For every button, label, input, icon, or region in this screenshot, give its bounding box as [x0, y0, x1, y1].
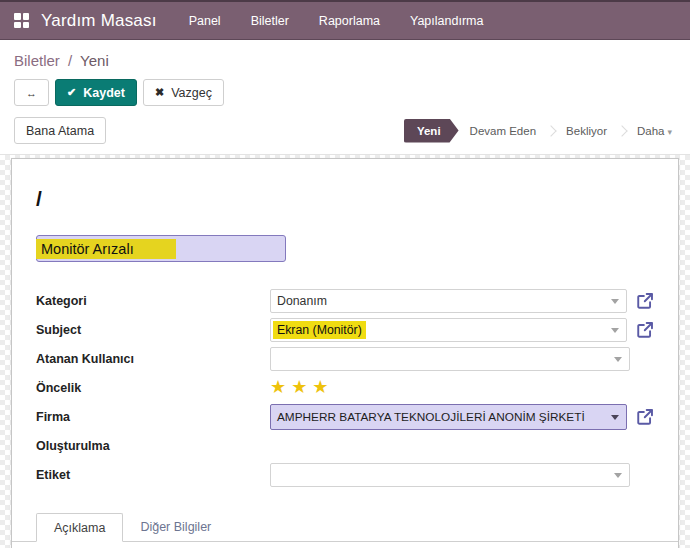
- stage-statusbar: Yeni Devam Eden Bekliyor Daha▾: [404, 119, 676, 143]
- field-row-etiket: Etiket: [36, 460, 654, 489]
- stage-yeni[interactable]: Yeni: [404, 119, 459, 143]
- chevron-separator-icon: [616, 125, 627, 136]
- assign-to-me-label: Bana Atama: [26, 124, 94, 138]
- expand-button[interactable]: ↔: [14, 79, 49, 106]
- dropdown-caret-icon: [614, 357, 622, 362]
- save-button[interactable]: ✔ Kaydet: [55, 79, 137, 106]
- form-background: / Monitör Arızalı Kategori Donanım: [0, 155, 690, 548]
- chevron-down-icon: ▾: [667, 127, 672, 137]
- main-menu: Panel Biletler Raporlama Yapılandırma: [189, 14, 484, 28]
- stage-more-label: Daha: [637, 125, 665, 137]
- app-window: Yardım Masası Panel Biletler Raporlama Y…: [0, 0, 690, 548]
- top-navbar: Yardım Masası Panel Biletler Raporlama Y…: [0, 0, 690, 40]
- dropdown-caret-icon: [611, 328, 619, 333]
- field-label: Kategori: [36, 294, 270, 308]
- kategori-select[interactable]: Donanım: [270, 289, 627, 313]
- external-link-icon[interactable]: [636, 408, 654, 426]
- priority-stars[interactable]: ★★★: [270, 377, 333, 397]
- stage-bekliyor[interactable]: Bekliyor: [566, 125, 607, 137]
- field-row-olusturulma: Oluşturulma: [36, 431, 654, 460]
- discard-button[interactable]: ✖ Vazgeç: [143, 79, 224, 106]
- assign-to-me-button[interactable]: Bana Atama: [14, 117, 106, 144]
- action-status-row: Bana Atama Yeni Devam Eden Bekliyor Daha…: [14, 117, 676, 144]
- subject-select[interactable]: Ekran (Monitör): [270, 318, 627, 342]
- menu-item-biletler[interactable]: Biletler: [251, 14, 289, 28]
- menu-item-panel[interactable]: Panel: [189, 14, 221, 28]
- field-row-oncelik: Öncelik ★★★: [36, 373, 654, 402]
- resize-arrows-icon: ↔: [26, 87, 37, 99]
- apps-grid-icon[interactable]: [14, 13, 29, 28]
- dropdown-caret-icon: [611, 415, 619, 420]
- field-label: Oluşturulma: [36, 439, 270, 453]
- kategori-value: Donanım: [277, 294, 327, 308]
- app-title[interactable]: Yardım Masası: [41, 11, 157, 31]
- ticket-name-value: Monitör Arızalı: [36, 239, 176, 259]
- check-icon: ✔: [67, 86, 76, 99]
- field-row-firma: Firma AMPHERR BATARYA TEKNOLOJİLERİ ANON…: [36, 402, 654, 431]
- external-link-icon[interactable]: [636, 321, 654, 339]
- field-label: Öncelik: [36, 381, 270, 395]
- field-label: Atanan Kullanıcı: [36, 352, 270, 366]
- menu-item-raporlama[interactable]: Raporlama: [319, 14, 380, 28]
- subject-value: Ekran (Monitör): [273, 321, 366, 339]
- breadcrumb-separator: /: [68, 52, 72, 69]
- dropdown-caret-icon: [614, 473, 622, 478]
- firma-select[interactable]: AMPHERR BATARYA TEKNOLOJİLERİ ANONİM ŞİR…: [270, 404, 627, 430]
- ticket-form-sheet: / Monitör Arızalı Kategori Donanım: [11, 158, 679, 548]
- stage-more-dropdown[interactable]: Daha▾: [637, 125, 672, 137]
- atanan-kullanici-select[interactable]: [270, 347, 630, 371]
- field-row-subject: Subject Ekran (Monitör): [36, 315, 654, 344]
- breadcrumb-parent-link[interactable]: Biletler: [14, 52, 60, 69]
- close-icon: ✖: [155, 86, 164, 99]
- field-row-atanan-kullanici: Atanan Kullanıcı: [36, 344, 654, 373]
- breadcrumb-current: Yeni: [80, 52, 109, 69]
- save-button-label: Kaydet: [83, 86, 125, 100]
- stage-devam-eden[interactable]: Devam Eden: [470, 125, 536, 137]
- external-link-icon[interactable]: [636, 292, 654, 310]
- toolbar: ↔ ✔ Kaydet ✖ Vazgeç: [14, 79, 676, 106]
- field-label: Etiket: [36, 468, 270, 482]
- discard-button-label: Vazgeç: [171, 86, 212, 100]
- field-row-kategori: Kategori Donanım: [36, 286, 654, 315]
- field-label: Firma: [36, 410, 270, 424]
- dropdown-caret-icon: [611, 299, 619, 304]
- ticket-title-display: /: [36, 187, 654, 211]
- menu-item-yapilandirma[interactable]: Yapılandırma: [410, 14, 483, 28]
- tab-aciklama[interactable]: Açıklama: [36, 513, 123, 542]
- tab-diger-bilgiler[interactable]: Diğer Bilgiler: [123, 513, 228, 541]
- field-label: Subject: [36, 323, 270, 337]
- chevron-separator-icon: [545, 125, 556, 136]
- breadcrumb: Biletler / Yeni: [14, 52, 676, 69]
- description-editor[interactable]: Komutlar için "/" yazın: [12, 542, 678, 548]
- etiket-select[interactable]: [270, 463, 630, 487]
- notebook-tabs: Açıklama Diğer Bilgiler: [12, 513, 678, 542]
- ticket-name-input[interactable]: Monitör Arızalı: [36, 235, 286, 262]
- notebook: Açıklama Diğer Bilgiler Komutlar için "/…: [12, 513, 678, 548]
- firma-value: AMPHERR BATARYA TEKNOLOJİLERİ ANONİM ŞİR…: [277, 410, 585, 424]
- control-panel: Biletler / Yeni ↔ ✔ Kaydet ✖ Vazgeç Bana…: [0, 40, 690, 155]
